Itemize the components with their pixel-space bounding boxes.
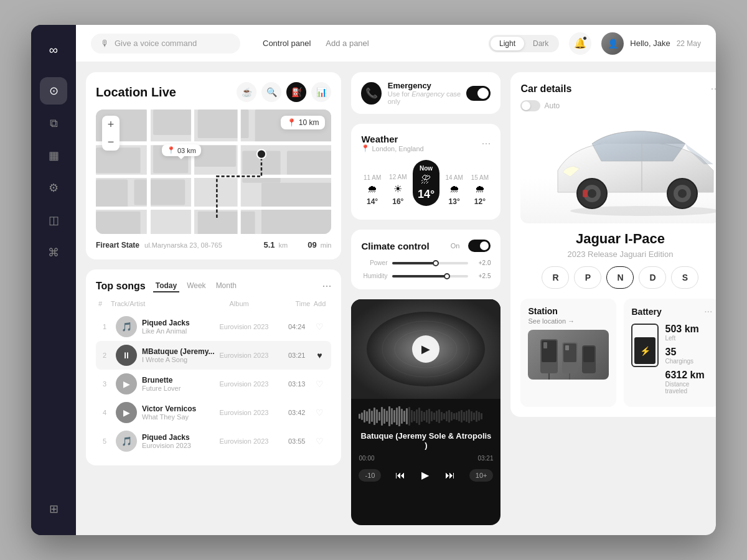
location-fuel-icon[interactable]: ⛽ bbox=[286, 82, 306, 102]
col-num: # bbox=[98, 300, 111, 307]
notification-button[interactable]: 🔔 bbox=[569, 32, 591, 55]
theme-dark-btn[interactable]: Dark bbox=[524, 37, 557, 50]
battery-stat-distance: 6312 km Distance traveled bbox=[665, 370, 712, 394]
gear-r[interactable]: R bbox=[542, 266, 569, 289]
songs-cols: # Track/Artist Album Time Add bbox=[96, 300, 331, 307]
song-row-4[interactable]: 4 ▶ Victor Vernicos What They Say Eurovi… bbox=[96, 398, 331, 427]
svg-rect-3 bbox=[198, 110, 249, 138]
auto-toggle-switch[interactable] bbox=[520, 100, 540, 111]
song-heart-3[interactable]: ♡ bbox=[310, 379, 329, 389]
map-pin-icon-1: 📍 bbox=[167, 146, 176, 154]
voice-input[interactable]: 🎙 Give a voice command bbox=[91, 34, 240, 54]
map-container[interactable]: + − 📍 10 km 📍 03 km bbox=[96, 110, 331, 234]
battery-km-value: 503 km bbox=[665, 324, 712, 335]
song-time-2: 03:21 bbox=[280, 352, 305, 359]
songs-tab-month[interactable]: Month bbox=[214, 280, 239, 292]
climate-humidity-val: +2.5 bbox=[473, 273, 491, 279]
climate-toggle-area: On bbox=[451, 240, 491, 252]
song-info-4: Victor Vernicos What They Say bbox=[142, 404, 214, 421]
weather-more-btn[interactable]: ··· bbox=[481, 137, 491, 150]
battery-chargings-label: Chargings bbox=[665, 358, 712, 365]
station-link[interactable]: See location → bbox=[528, 317, 609, 325]
player-rewind-btn[interactable]: -10 bbox=[359, 469, 381, 482]
player-body: Batuque (Jeremy Sole & Atropolis ) 00:00… bbox=[351, 399, 500, 525]
location-search-icon[interactable]: 🔍 bbox=[261, 82, 281, 102]
nav-control-panel[interactable]: Control panel bbox=[263, 39, 311, 48]
song-heart-5[interactable]: ♡ bbox=[310, 436, 329, 446]
sidebar-item-map[interactable]: ◫ bbox=[40, 207, 67, 234]
battery-km-label: Left bbox=[665, 335, 712, 342]
sidebar-item-dashboard[interactable]: ⊙ bbox=[40, 77, 67, 105]
battery-title: Battery bbox=[631, 307, 661, 317]
sidebar: ∞ ⊙ ⧉ ▦ ⚙ ◫ ⌘ ⊞ bbox=[31, 25, 76, 535]
sidebar-item-bluetooth[interactable]: ⌘ bbox=[40, 239, 67, 266]
address: ul.Marynarska 23, 08-765 bbox=[144, 241, 222, 249]
location-coffee-icon[interactable]: ☕ bbox=[237, 82, 256, 102]
player-waveform bbox=[359, 406, 493, 426]
svg-point-21 bbox=[257, 149, 266, 158]
sidebar-item-save[interactable]: ⊞ bbox=[40, 495, 67, 523]
emergency-subtitle: Use for Enargency case only bbox=[388, 90, 466, 105]
gear-p[interactable]: P bbox=[574, 266, 601, 289]
battery-header: Battery ··· bbox=[631, 306, 712, 317]
battery-distance-value: 6312 km bbox=[665, 370, 712, 381]
player-time-total: 03:21 bbox=[477, 455, 493, 462]
theme-light-btn[interactable]: Light bbox=[491, 37, 524, 50]
song-row-1[interactable]: 1 🎵 Piqued Jacks Like An Animal Eurovisi… bbox=[96, 312, 331, 341]
battery-chargings-value: 35 bbox=[665, 347, 712, 358]
player-forward-btn[interactable]: 10+ bbox=[469, 469, 494, 482]
song-row-5[interactable]: 5 🎵 Piqued Jacks Eurovision 2023 Eurovis… bbox=[96, 427, 331, 455]
player-main-play-btn[interactable]: ▶ bbox=[419, 467, 431, 483]
weather-title: Weather bbox=[361, 134, 423, 144]
gear-n[interactable]: N bbox=[606, 266, 634, 289]
song-row-3[interactable]: 3 ▶ Brunette Future Lover Eurovision 202… bbox=[96, 370, 331, 398]
svg-rect-6 bbox=[96, 180, 128, 208]
song-heart-4[interactable]: ♡ bbox=[310, 408, 329, 418]
songs-tab-today[interactable]: Today bbox=[153, 280, 179, 292]
song-time-3: 03:13 bbox=[280, 380, 305, 388]
map-zoom-out[interactable]: − bbox=[102, 133, 120, 151]
svg-rect-33 bbox=[583, 190, 588, 197]
car-more-btn[interactable]: ··· bbox=[710, 82, 716, 95]
climate-power-slider[interactable] bbox=[392, 262, 468, 264]
location-card: Location Live ☕ 🔍 ⛽ 📊 bbox=[86, 72, 341, 259]
emergency-toggle[interactable] bbox=[466, 86, 491, 101]
col-album: Album bbox=[229, 300, 285, 307]
weather-time-4: 15 AM bbox=[471, 174, 489, 181]
song-row-2[interactable]: 2 ⏸ MBatuque (Jeremy... I Wrote A Song E… bbox=[96, 341, 331, 370]
songs-more-btn[interactable]: ··· bbox=[322, 279, 331, 292]
gear-s[interactable]: S bbox=[671, 266, 698, 289]
gear-d[interactable]: D bbox=[639, 266, 666, 289]
car-image bbox=[520, 111, 716, 223]
svg-point-29 bbox=[588, 189, 596, 198]
song-time-4: 03:42 bbox=[280, 409, 305, 416]
song-heart-2[interactable]: ♥ bbox=[310, 350, 329, 360]
station-image bbox=[528, 330, 609, 380]
player-next-btn[interactable]: ⏭ bbox=[443, 467, 458, 483]
player-controls: -10 ⏮ ▶ ⏭ 10+ bbox=[359, 467, 493, 483]
weather-time-3: 14 AM bbox=[446, 174, 463, 181]
climate-humidity-slider[interactable] bbox=[392, 275, 468, 278]
sidebar-item-calendar[interactable]: ▦ bbox=[40, 142, 67, 169]
sidebar-item-settings[interactable]: ⚙ bbox=[40, 174, 67, 202]
song-artist-2: I Wrote A Song bbox=[142, 356, 214, 363]
user-date: 22 May bbox=[677, 39, 701, 48]
weather-temp-4: 12° bbox=[474, 197, 486, 206]
location-chart-icon[interactable]: 📊 bbox=[311, 82, 331, 102]
weather-slot-now: Now ⛈ 14° bbox=[413, 160, 439, 206]
climate-card: Climate control On Power bbox=[351, 230, 500, 289]
song-num-5: 5 bbox=[98, 437, 111, 445]
battery-more-btn[interactable]: ··· bbox=[704, 306, 712, 317]
song-heart-1[interactable]: ♡ bbox=[310, 322, 329, 332]
song-info-3: Brunette Future Lover bbox=[142, 376, 214, 392]
climate-toggle[interactable] bbox=[468, 240, 491, 252]
nav-add-panel[interactable]: Add a panel bbox=[326, 39, 369, 48]
sidebar-item-sliders[interactable]: ⧉ bbox=[40, 110, 67, 137]
map-zoom-in[interactable]: + bbox=[102, 116, 120, 133]
player-times: 00:00 03:21 bbox=[359, 455, 493, 462]
songs-tab-week[interactable]: Week bbox=[184, 280, 208, 292]
player-play-button[interactable]: ▶ bbox=[412, 335, 439, 363]
player-prev-btn[interactable]: ⏮ bbox=[393, 467, 408, 483]
song-num-3: 3 bbox=[98, 380, 111, 388]
climate-humidity-label: Humidity bbox=[361, 273, 387, 279]
